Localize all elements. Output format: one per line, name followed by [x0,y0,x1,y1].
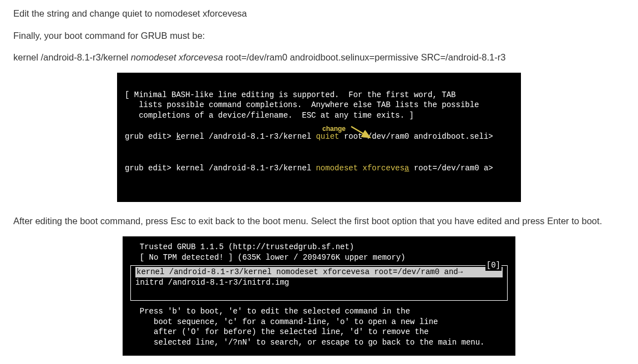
grub-prompt-1: grub edit> [125,132,176,141]
grub-nomodeset-keyword: nomodeset xforcevesa [316,164,409,173]
change-annotation-label: change [322,124,346,133]
grub-quiet-keyword: quiet [316,132,339,141]
after-edit-para: After editing the boot command, press Es… [13,214,625,229]
grub-edit-line-2: grub edit> kernel /android-8.1-r3/kernel… [125,164,493,173]
intro-para-2: Finally, your boot command for GRUB must… [13,29,625,43]
grub-boot-menu: Trusted GRUB 1.1.5 (http://trustedgrub.s… [123,236,515,356]
grub-edit-banner: [ Minimal BASH-like line editing is supp… [125,90,479,120]
grub-header: Trusted GRUB 1.1.5 (http://trustedgrub.s… [130,242,508,263]
grub-cmd-1-mid: ernel /android-8.1-r3/kernel [181,132,316,141]
grub-prompt-2: grub edit> kernel /android-8.1-r3/kernel [125,164,316,173]
grub-frame-index: [0] [485,260,502,271]
grub-initrd-entry: initrd /android-8.1-r3/initrd.img [135,278,289,287]
change-arrow-icon [349,124,377,141]
grub-cmd-2-tail: root=/dev/ram0 a> [409,164,493,173]
grub-selected-entry: kernel /android-8.1-r3/kernel nomodeset … [135,267,503,277]
intro-para-1: Edit the string and change quiet to nomo… [13,7,625,21]
grub-instructions: Press 'b' to boot, 'e' to edit the selec… [130,306,508,348]
grub-cursor-2: a [404,164,409,173]
grub-edit-line-1: grub edit> kernel /android-8.1-r3/kernel… [125,132,493,141]
svg-line-0 [351,127,370,138]
cmd-italic-args: nomodeset xforcevesa [131,52,223,62]
boot-command-line: kernel /android-8.1-r3/kernel nomodeset … [13,50,625,65]
grub-entries-frame: [0] kernel /android-8.1-r3/kernel nomode… [130,265,508,301]
cmd-before: kernel /android-8.1-r3/kernel [13,52,131,62]
grub-cursor-1: k [176,132,180,141]
cmd-after: root=/dev/ram0 androidboot.selinux=permi… [223,52,505,62]
grub-edit-terminal: [ Minimal BASH-like line editing is supp… [117,73,521,203]
